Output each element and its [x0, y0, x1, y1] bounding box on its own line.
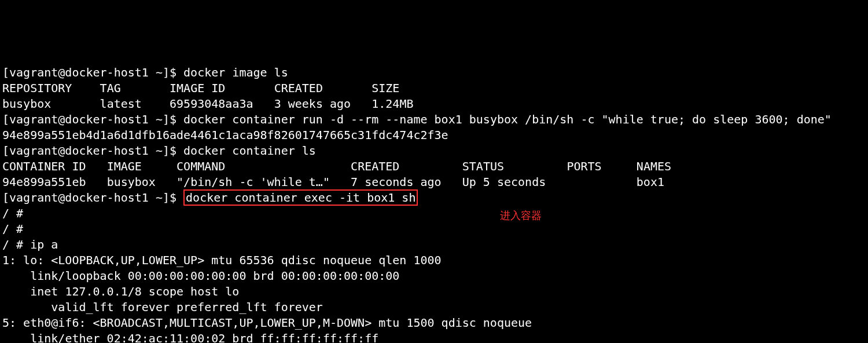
image-id: 69593048aa3a: [170, 97, 253, 111]
col-header-command: COMMAND: [176, 159, 225, 173]
col-header-image: IMAGE: [107, 159, 142, 173]
highlighted-command-box: docker container exec -it box1 sh: [183, 189, 418, 206]
shell-prompt: [vagrant@docker-host1 ~]$: [2, 65, 183, 79]
ip-output-line: link/loopback 00:00:00:00:00:00 brd 00:0…: [2, 269, 399, 283]
shell-prompt: [vagrant@docker-host1 ~]$: [2, 191, 183, 205]
terminal-window[interactable]: [vagrant@docker-host1 ~]$ docker image l…: [2, 49, 866, 343]
image-size: 1.24MB: [372, 97, 413, 111]
ip-output-line: inet 127.0.0.1/8 scope host lo: [2, 284, 239, 298]
container-id: 94e899a551eb: [2, 175, 86, 189]
container-names: box1: [637, 175, 664, 189]
container-shell-prompt: / #: [2, 222, 30, 236]
shell-prompt: [vagrant@docker-host1 ~]$: [2, 112, 183, 126]
container-status: Up 5 seconds: [462, 175, 546, 189]
container-command: "/bin/sh -c 'while t…": [176, 175, 330, 189]
container-image: busybox: [107, 175, 156, 189]
ip-output-line: valid_lft forever preferred_lft forever: [2, 300, 323, 314]
image-repo: busybox: [2, 97, 51, 111]
command-text: docker container ls: [183, 144, 316, 158]
container-hash: 94e899a551eb4d1a6d1dfb16ade4461c1aca98f8…: [2, 128, 448, 142]
ip-output-line: link/ether 02:42:ac:11:00:02 brd ff:ff:f…: [2, 331, 378, 343]
ip-output-line: 5: eth0@if6: <BROADCAST,MULTICAST,UP,LOW…: [2, 316, 532, 330]
ip-output-line: 1: lo: <LOOPBACK,UP,LOWER_UP> mtu 65536 …: [2, 253, 442, 267]
col-header-ports: PORTS: [567, 159, 601, 173]
command-text: docker container exec -it box1 sh: [186, 191, 415, 205]
annotation-label: 进入容器: [500, 209, 542, 222]
col-header-created: CREATED: [274, 81, 323, 95]
col-header-container-id: CONTAINER ID: [2, 159, 86, 173]
col-header-size: SIZE: [372, 81, 399, 95]
image-tag: latest: [100, 97, 142, 111]
command-text: docker image ls: [183, 65, 288, 79]
container-shell-prompt: / #: [2, 238, 30, 251]
col-header-status: STATUS: [462, 159, 504, 173]
col-header-created: CREATED: [351, 159, 399, 173]
container-created: 7 seconds ago: [351, 175, 442, 189]
col-header-repository: REPOSITORY: [2, 81, 72, 95]
col-header-imageid: IMAGE ID: [170, 81, 225, 95]
col-header-names: NAMES: [637, 159, 671, 173]
shell-prompt: [vagrant@docker-host1 ~]$: [2, 144, 183, 158]
container-shell-prompt: / #: [2, 206, 30, 220]
image-created: 3 weeks ago: [274, 97, 351, 111]
command-text: ip a: [30, 238, 58, 251]
terminal-output[interactable]: [vagrant@docker-host1 ~]$ docker image l…: [2, 65, 866, 343]
col-header-tag: TAG: [100, 81, 121, 95]
command-text: docker container run -d --rm --name box1…: [183, 112, 832, 126]
